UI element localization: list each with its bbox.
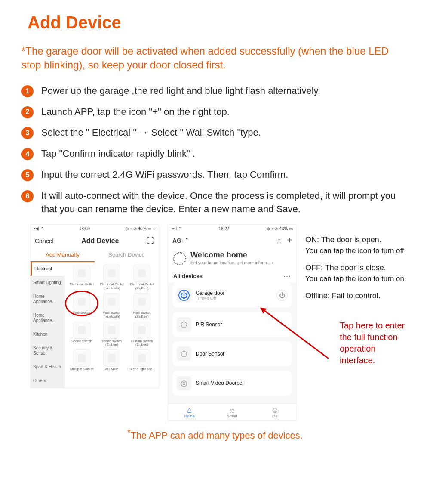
tap-callout: Tap here to enter the full function oper… <box>340 320 408 366</box>
light-icon <box>133 349 150 367</box>
switch-icon <box>133 293 150 310</box>
welcome-title: Welcome home <box>190 250 273 260</box>
grid-item[interactable]: Electrical Outlet (ZigBee) <box>128 265 156 291</box>
grid-item[interactable]: Scene light soc... <box>128 349 156 371</box>
warning-text: *The garage door will be activated when … <box>22 44 408 72</box>
screen-title: Add Device <box>81 237 119 245</box>
device-card-door-sensor[interactable]: ⬠ Door Sensor <box>172 341 292 366</box>
step-text: It will auto-connect with the device. On… <box>41 189 408 216</box>
grid-item[interactable]: Scene Switch <box>68 322 96 347</box>
cat-kitchen[interactable]: Kitchen <box>31 328 65 341</box>
all-devices-header: All devices ··· <box>168 269 296 283</box>
step-2: 2Launch APP, tap the icon "+" on the rig… <box>22 105 408 119</box>
step-number: 1 <box>22 85 34 97</box>
device-card-garage[interactable]: ⏻ Garage doorTurned Off ⏻ <box>172 283 292 308</box>
mic-icon[interactable]: ⎍ <box>277 238 281 244</box>
more-icon[interactable]: ··· <box>284 273 291 279</box>
tab-add-manually[interactable]: Add Manually <box>31 248 95 262</box>
grid-item[interactable]: scene switch (Zigbee) <box>98 322 126 347</box>
device-tabs: Add Manually Search Device <box>31 248 159 262</box>
cat-home-appliance-1[interactable]: Home Appliance... <box>31 290 65 309</box>
welcome-block: Welcome home Set your home location, get… <box>168 248 296 269</box>
cat-security-sensor[interactable]: Security & Sensor <box>31 341 65 360</box>
device-grid: Electrical Outlet Electrical Outlet (blu… <box>65 262 159 388</box>
nav-me[interactable]: ☺Me <box>254 404 296 420</box>
welcome-subtitle[interactable]: Set your home location, get more inform.… <box>190 260 273 265</box>
outlet-icon <box>73 265 90 282</box>
signal-icon: ••ıl ⌃ <box>172 226 181 231</box>
step-text: Power up the garage ,the red light and b… <box>41 84 408 98</box>
device-card-pir[interactable]: ⬠ PIR Sensor <box>172 312 292 337</box>
notes-column: ON: The door is open. You can tap the ic… <box>305 224 408 366</box>
screenshot-home: ••ıl ⌃ 16:27 ⊛ ↑ ⊘ 43% ▭ AG- ˅ ⎍ + Welco… <box>168 224 297 421</box>
grid-item-wall-switch[interactable]: Wall Switch <box>68 293 96 319</box>
switch-icon <box>103 322 120 339</box>
add-icon[interactable]: + <box>287 235 292 245</box>
device-name: Door Sensor <box>196 351 288 357</box>
cat-home-appliance-2[interactable]: Home Appliance... <box>31 309 65 328</box>
nav-bar: Cancel Add Device ⛶ <box>31 233 159 248</box>
device-name: Garage door <box>196 290 272 296</box>
step-text: Input the correct 2.4G WiFi passwords. T… <box>41 168 408 182</box>
cat-electrical[interactable]: Electrical <box>31 262 65 276</box>
step-number: 5 <box>22 169 34 181</box>
scan-icon[interactable]: ⛶ <box>147 236 154 245</box>
step-4: 4Tap "Confirm indicator rapidly blink" . <box>22 147 408 161</box>
status-bar: ••ıl ⌃ 16:27 ⊛ ↑ ⊘ 43% ▭ <box>168 225 296 233</box>
outlet-icon <box>133 265 150 282</box>
steps-list: 1Power up the garage ,the red light and … <box>22 84 408 216</box>
note-offline: Offline: Fail to control. <box>305 291 408 301</box>
power-icon: ⏻ <box>177 288 191 303</box>
note-off-sub: You can tap the icon to turn on. <box>305 274 408 284</box>
status-battery: ⊛ ↑ ⊘ 43% ▭ <box>267 226 293 231</box>
bottom-nav: ⌂Home ☼Smart ☺Me <box>168 403 296 420</box>
switch-icon <box>133 322 150 339</box>
home-header: AG- ˅ ⎍ + <box>168 233 296 248</box>
footer-note: *The APP can add many types of devices. <box>22 428 408 441</box>
device-list: ⏻ Garage doorTurned Off ⏻ ⬠ PIR Sensor ⬠… <box>168 283 296 403</box>
cat-others[interactable]: Others <box>31 374 65 388</box>
status-bar: ••ıl ⌃ 18:09 ⊛ ↑ ⊘ 40% ▭ + <box>31 225 159 233</box>
device-card-doorbell[interactable]: ◎ Smart Video Doorbell <box>172 371 292 396</box>
switch-icon <box>73 293 90 310</box>
status-time: 16:27 <box>218 226 229 231</box>
status-time: 18:09 <box>79 226 90 231</box>
grid-item[interactable]: AC Mate <box>98 349 126 371</box>
status-battery: ⊛ ↑ ⊘ 40% ▭ + <box>125 226 155 231</box>
grid-item[interactable]: Electrical Outlet (bluetooth) <box>98 265 126 291</box>
home-icon: ⌂ <box>168 406 211 414</box>
device-name: Smart Video Doorbell <box>196 380 288 386</box>
home-icon: ⬠ <box>177 317 191 332</box>
cancel-button[interactable]: Cancel <box>35 238 54 244</box>
step-number: 6 <box>22 190 34 202</box>
step-1: 1Power up the garage ,the red light and … <box>22 84 408 98</box>
ac-icon <box>103 349 120 367</box>
tab-search-device[interactable]: Search Device <box>95 248 159 262</box>
step-text: Launch APP, tap the icon "+" on the righ… <box>41 105 408 119</box>
socket-icon <box>73 349 90 367</box>
grid-item[interactable]: Curtain Switch (Zigbee) <box>128 322 156 347</box>
all-devices-label: All devices <box>173 273 203 279</box>
home-icon: ⬠ <box>177 346 191 361</box>
location-dropdown[interactable]: AG- ˅ <box>172 237 188 244</box>
nav-home[interactable]: ⌂Home <box>168 404 211 420</box>
device-status: Turned Off <box>196 296 272 301</box>
note-on-sub: You can tap the icon to turn off. <box>305 246 408 256</box>
camera-icon: ◎ <box>177 376 191 390</box>
device-name: PIR Sensor <box>196 322 288 328</box>
cat-sport-health[interactable]: Sport & Health <box>31 360 65 374</box>
page-title: Add Device <box>28 13 408 32</box>
step-number: 3 <box>22 127 34 139</box>
grid-item[interactable]: Multiple Socket <box>68 349 96 371</box>
toggle-button[interactable]: ⏻ <box>276 290 288 301</box>
step-text: Tap "Confirm indicator rapidly blink" . <box>41 147 408 161</box>
cat-smart-lighting[interactable]: Smart Lighting <box>31 276 65 290</box>
switch-icon <box>103 293 120 310</box>
smart-icon: ☼ <box>211 406 253 414</box>
step-5: 5Input the correct 2.4G WiFi passwords. … <box>22 168 408 182</box>
grid-item[interactable]: Wall Switch (ZigBee) <box>128 293 156 319</box>
signal-icon: ••ıl ⌃ <box>34 226 44 231</box>
grid-item[interactable]: Wall Switch (bluetooth) <box>98 293 126 319</box>
nav-smart[interactable]: ☼Smart <box>211 404 253 420</box>
grid-item[interactable]: Electrical Outlet <box>68 265 96 291</box>
